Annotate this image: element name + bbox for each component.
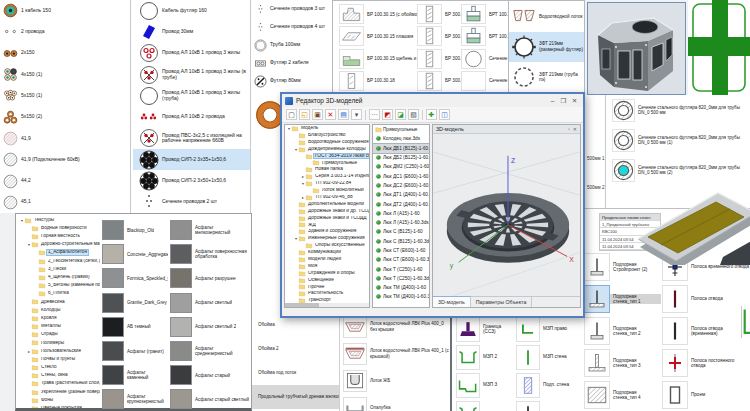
list-item[interactable]: Люк ТМ (Д400)-1-60.3ds xyxy=(373,292,429,301)
list-item[interactable]: Полоса отвода (временная) xyxy=(662,315,750,347)
tree-item[interactable]: ▾Модель xyxy=(285,125,369,132)
plant-icon[interactable]: ✚ xyxy=(426,109,437,120)
list-item[interactable]: Провод АЛ 10кВ 1 провод 3 жилы (труба) xyxy=(133,85,257,106)
tree-item[interactable]: Моя xyxy=(285,263,369,270)
list-item[interactable]: Кабель футляр 160 xyxy=(133,0,257,21)
list-item[interactable]: Полоса постоянного отвода xyxy=(662,347,750,379)
tree-item[interactable]: Модели людей xyxy=(285,256,369,263)
tab-object-parameters[interactable]: Параметры Объекта xyxy=(471,297,533,307)
texture-item[interactable]: Асфальт старый xyxy=(170,363,250,387)
tree-item[interactable]: Цветные покрытия xyxy=(18,404,100,408)
view-list-icon[interactable]: ▤ xyxy=(338,109,349,120)
chamber-3d-preview[interactable] xyxy=(587,2,686,95)
maximize-button[interactable]: ❐ xyxy=(558,95,569,106)
tree-item[interactable]: 1_Асфальтобетон xyxy=(18,249,100,257)
list-item[interactable]: Сечение проводов 3 шт xyxy=(251,0,332,18)
tree-item[interactable]: Стекло xyxy=(18,363,100,371)
list-item[interactable]: Сечение стального футляра 820_0мм для тр… xyxy=(606,95,750,125)
list-item[interactable]: 1 кабель 150 xyxy=(0,0,130,21)
tree-item[interactable]: Новая папка xyxy=(285,166,369,173)
tree-item[interactable]: ▾Текстуры xyxy=(18,216,100,224)
tree-item[interactable]: Прямоугольные xyxy=(285,159,369,166)
tree-item[interactable]: Дорожные знаки и ТСОДД xyxy=(285,215,369,222)
list-item[interactable]: Люк С (В125)-1-60.3ds xyxy=(373,237,429,246)
list-item[interactable]: Сечение проводов 2 шт xyxy=(133,192,257,213)
list-item[interactable]: МЗП 2 xyxy=(454,343,514,371)
list-item[interactable]: 44,2 xyxy=(0,170,130,191)
list-item[interactable]: Провод АЛ 10кВ 2 провода xyxy=(133,106,257,127)
tree-item[interactable]: ▸ТП 902-09-46_88 xyxy=(285,194,369,201)
list-item[interactable]: Люк ДС1 (Е600)-1-60.3ds xyxy=(373,171,429,180)
list-item[interactable]: 5х150 (1) xyxy=(0,85,130,106)
tree-item[interactable]: Ограждения и опоры xyxy=(285,270,369,277)
list-item[interactable]: Опалубка xyxy=(340,394,450,411)
tree-item[interactable]: Колодцы xyxy=(18,306,100,314)
tree-item[interactable]: Освещение xyxy=(285,277,369,284)
tree-item[interactable]: Полимеры xyxy=(18,339,100,347)
list-item[interactable]: Люк Л (А15)-1-60.3ds xyxy=(373,218,429,227)
tree-item[interactable]: Почвы и грунты xyxy=(18,355,100,363)
tree-item[interactable]: Лоток монолитный xyxy=(285,187,369,194)
list-item[interactable]: Подпорная стенка_тип 4 xyxy=(584,379,661,411)
caret-down-icon[interactable]: ▾ xyxy=(351,109,362,120)
tree-item[interactable]: Растительность xyxy=(285,290,369,297)
texture-item[interactable]: Concrete_Aggregate_Smoke xyxy=(102,242,168,266)
texture-item[interactable]: Асфальт старый светлый xyxy=(170,387,250,411)
tab-3d-model[interactable]: 3D-модель xyxy=(433,296,471,307)
list-item[interactable]: 4х150 (1) xyxy=(0,64,130,85)
texture-item[interactable]: Асфальт среднезернистый xyxy=(170,339,250,363)
list-item[interactable]: 5х150 (2) xyxy=(0,106,130,127)
list-item[interactable]: Сечение проводов 4 шт xyxy=(251,18,332,36)
tree-item[interactable]: 2_Геосинтетика (сетки, решетки) xyxy=(18,257,100,265)
save-icon[interactable]: ▣ xyxy=(312,109,323,120)
list-item[interactable]: Люк ТМ (Д400)-1-60 xyxy=(373,283,429,292)
tree-item[interactable]: Трава (растительный слой, газон) xyxy=(18,380,100,388)
tree-item[interactable]: Дорожные знаки и др. ТСОДД xyxy=(285,208,369,215)
green-cross-panel[interactable] xyxy=(688,0,750,95)
texture-item[interactable]: Асфальт разрушен xyxy=(170,266,250,290)
tree-item[interactable]: ▸Серия 3.003.1-14 Изделия Жел xyxy=(285,173,369,180)
tree-item[interactable]: Коммуникации xyxy=(285,249,369,256)
tree-item[interactable]: Водные поверхности xyxy=(18,224,100,232)
tree-item[interactable]: ▸Пользовательские xyxy=(18,347,100,355)
texture-item[interactable]: Асфальт (гранит) xyxy=(102,339,168,363)
close-button[interactable]: ✕ xyxy=(569,95,580,106)
list-item[interactable]: Люк ДТ2 (Д400)-1-60.3ds xyxy=(373,199,429,208)
tree-item[interactable]: 3_Пески xyxy=(18,265,100,273)
list-item[interactable]: Колодец люк.3ds xyxy=(373,134,429,143)
list-item[interactable]: Полоса отвода xyxy=(662,283,750,315)
flag-icon[interactable]: ◩ xyxy=(382,109,393,120)
tree-item[interactable]: ЖД xyxy=(285,221,369,228)
list-item[interactable]: Провод 30мм xyxy=(133,21,257,42)
list-item[interactable]: Подпорная стенка_тип 1 xyxy=(584,283,661,315)
list-item[interactable]: Подпорная Стройпроект (2) xyxy=(584,251,661,283)
list-item[interactable]: 2 провода xyxy=(0,21,130,42)
list-item[interactable]: Подп. стена xyxy=(514,371,580,399)
list-item[interactable]: Сечение стального футляра 820_0мм для тр… xyxy=(606,155,750,185)
list-item[interactable]: Футляр 80мм xyxy=(251,72,332,90)
list-item[interactable]: Сечение стального футляра 820_0мм для тр… xyxy=(606,125,750,155)
list-item[interactable]: МЗП право xyxy=(514,315,580,343)
tree-item[interactable]: Кровля xyxy=(18,314,100,322)
list-item[interactable]: МЗП стена xyxy=(514,343,580,371)
open-icon[interactable]: ◱ xyxy=(299,109,310,120)
list-item[interactable]: 41,9 xyxy=(0,128,130,149)
texture-item[interactable]: Асфальт каменный xyxy=(102,363,168,387)
list-item[interactable]: Люк Т (С250)-1-60 xyxy=(373,264,429,273)
texture-item[interactable]: Асфальт светлый xyxy=(170,291,250,315)
tree-item[interactable]: Горная местность xyxy=(18,232,100,240)
panel-icon[interactable]: ◫ xyxy=(439,109,450,120)
image-icon[interactable]: ▧ xyxy=(408,109,419,120)
tree-item[interactable]: Металлы xyxy=(18,322,100,330)
tree-item[interactable]: ▾Дорожно-строительные материалы xyxy=(18,241,100,249)
list-item[interactable]: Провод СИП-2 3х50+1х50,6 xyxy=(133,170,257,191)
list-item[interactable]: 45,1 xyxy=(0,192,130,213)
texture-item[interactable]: Асфальт крупнозернистый xyxy=(102,387,168,411)
list-item[interactable]: Люк С (В125)-1-60 xyxy=(373,227,429,236)
texture-item[interactable]: Асфальт мелкозернистый xyxy=(170,218,250,242)
list-item[interactable]: Подпорная стенка_тип 3 xyxy=(584,347,661,379)
tree-item[interactable]: ГОСТ 3634-2019 Люки смотровые xyxy=(285,153,369,160)
tree-item[interactable]: Прочее xyxy=(285,283,369,290)
tree-item[interactable]: Здания и сооружения xyxy=(285,228,369,235)
tree-item[interactable]: Опоры искусственные xyxy=(285,242,369,249)
